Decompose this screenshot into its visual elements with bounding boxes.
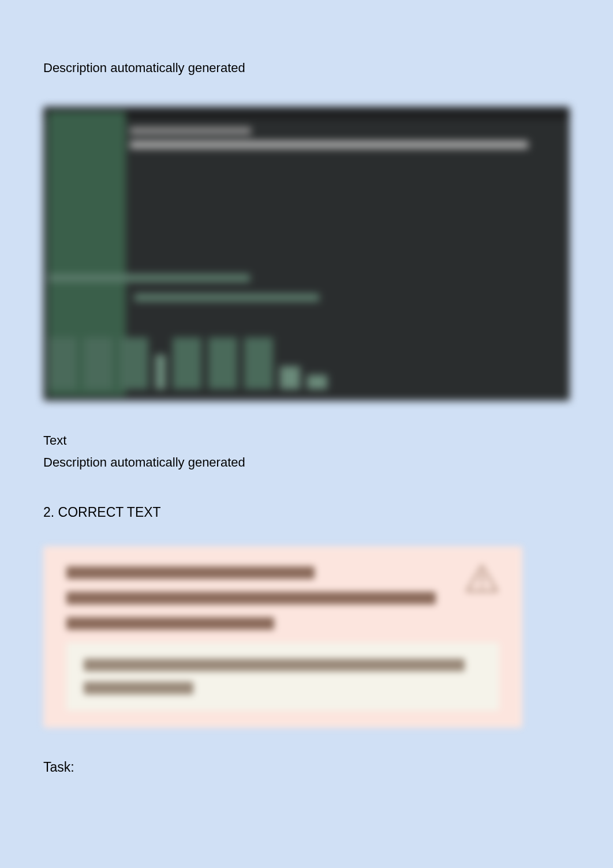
- terminal-screenshot-blurred: [43, 107, 570, 401]
- text-caption-block: Text Description automatically generated: [43, 430, 570, 473]
- section-heading: 2. CORRECT TEXT: [43, 505, 570, 520]
- text-label: Text: [43, 430, 570, 451]
- task-label: Task:: [43, 760, 570, 775]
- image-caption-1: Description automatically generated: [43, 58, 570, 78]
- svg-point-1: [481, 586, 484, 589]
- document-page: Description automatically generated Text…: [0, 0, 613, 868]
- code-block: [66, 642, 499, 711]
- warning-icon: [465, 563, 499, 593]
- image-caption-2: Description automatically generated: [43, 452, 570, 473]
- warning-box-blurred: [43, 546, 522, 728]
